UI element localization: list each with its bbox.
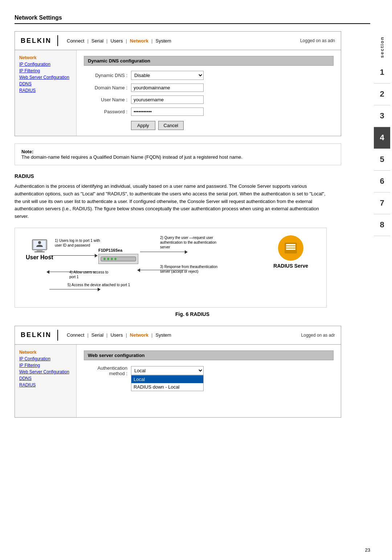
note-box: Note: The domain-name field requires a Q…	[15, 143, 341, 165]
nav-users-1[interactable]: Users	[107, 38, 126, 44]
nav-serial-2[interactable]: Serial	[89, 332, 106, 338]
svg-point-7	[107, 258, 109, 260]
cancel-button-1[interactable]: Cancel	[158, 121, 184, 130]
page-number: 23	[365, 547, 370, 553]
user-name-row: User Name :	[84, 96, 334, 104]
radius-circle	[278, 235, 303, 261]
sidebar-radius-1[interactable]: RADIUS	[19, 88, 72, 93]
arrow-4	[49, 272, 97, 272]
svg-rect-12	[286, 246, 295, 248]
user-name-input[interactable]	[131, 96, 204, 104]
panel1-body: Network IP Configuration IP Filtering We…	[15, 50, 341, 136]
apply-button-1[interactable]: Apply	[131, 121, 155, 130]
dropdown-option-local[interactable]: Local	[131, 376, 203, 383]
sidebar-web-server-1[interactable]: Web Server Configuration	[19, 75, 72, 80]
panel2-body: Network IP Configuration IP Filtering We…	[15, 345, 341, 417]
auth-method-select[interactable]: Local RADIUS down - Local	[131, 366, 204, 375]
svg-point-8	[111, 258, 113, 260]
domain-name-label: Domain Name :	[84, 85, 131, 90]
sidebar-ddns-1[interactable]: DDNS	[19, 81, 72, 86]
domain-name-input[interactable]	[131, 84, 204, 92]
arrowhead-1	[95, 254, 98, 257]
nav-network-2[interactable]: Network	[127, 332, 151, 338]
sidebar-network-2[interactable]: Network	[19, 350, 72, 355]
arrow-2	[140, 252, 187, 252]
diagram-caption: Fig. 6 RADIUS	[15, 311, 370, 317]
section-num-6[interactable]: 6	[374, 171, 390, 192]
auth-method-dropdown[interactable]: Local RADIUS down - Local Local RADIUS d…	[131, 366, 204, 375]
section-num-7[interactable]: 7	[374, 192, 390, 214]
switch-group: F1DP116Sea	[98, 248, 138, 264]
svg-rect-3	[34, 251, 45, 252]
sidebar-ip-config-1[interactable]: IP Configuration	[19, 62, 72, 67]
svg-rect-5	[101, 257, 136, 261]
section-num-5[interactable]: 5	[374, 149, 390, 171]
nav-system-1[interactable]: System	[152, 38, 174, 44]
ddns-field-row: Dynamic DNS : Disable Enable	[84, 71, 334, 80]
nav-serial-1[interactable]: Serial	[89, 38, 106, 44]
auth-dropdown-options: Local RADIUS down - Local	[131, 375, 204, 391]
diagram-step-5: 5) Access the device attached to port 1	[68, 283, 140, 287]
user-name-label: User Name :	[84, 97, 131, 102]
section-num-1[interactable]: 1	[374, 62, 390, 84]
arrowhead-4	[46, 270, 49, 274]
panel1-header: BELKIN Connect | Serial | Users | Networ…	[15, 32, 341, 50]
panel2-nav: Connect | Serial | Users | Network | Sys…	[64, 332, 301, 338]
password-input[interactable]	[131, 107, 204, 116]
dropdown-option-radius[interactable]: RADIUS down - Local	[131, 383, 203, 391]
svg-rect-11	[286, 244, 295, 245]
panel1-sidebar: Network IP Configuration IP Filtering We…	[15, 50, 77, 136]
radius-diagram: User Host 1) Users log in to port 1 with…	[15, 228, 327, 308]
sidebar-ip-config-2[interactable]: IP Configuration	[19, 356, 72, 361]
arrow-1	[49, 255, 97, 256]
nav-users-2[interactable]: Users	[107, 332, 126, 338]
nav-network-1[interactable]: Network	[127, 38, 151, 44]
section-num-4[interactable]: 4	[374, 127, 390, 149]
arrowhead-2	[185, 250, 188, 254]
title-rule	[15, 23, 370, 24]
panel2-content: Web server configuration Authentication …	[77, 345, 341, 417]
nav-system-2[interactable]: System	[152, 332, 174, 338]
sidebar-ddns-2[interactable]: DDNS	[19, 376, 72, 381]
arrowhead-3	[137, 268, 140, 272]
password-label: Password :	[84, 109, 131, 114]
sidebar-ip-filter-2[interactable]: IP Filtering	[19, 363, 72, 368]
svg-point-4	[38, 241, 41, 244]
note-text: The domain-name field requires a Qualifi…	[21, 154, 242, 160]
auth-method-label: Authentication method :	[84, 365, 131, 376]
ddns-select[interactable]: Disable Enable	[131, 71, 204, 80]
ddns-label: Dynamic DNS :	[84, 73, 131, 78]
arrowhead-5	[98, 288, 101, 291]
device-box	[98, 254, 138, 264]
header-divider-1	[57, 35, 58, 46]
nav-connect-2[interactable]: Connect	[64, 332, 87, 338]
section-sidebar: section 1 2 3 4 5 6 7 8	[372, 36, 392, 236]
note-heading: Note:	[21, 149, 33, 154]
section-num-8[interactable]: 8	[374, 214, 390, 236]
password-row: Password :	[84, 107, 334, 116]
arrow-5	[49, 289, 100, 289]
sidebar-ip-filter-1[interactable]: IP Filtering	[19, 68, 72, 73]
header-divider-2	[57, 330, 58, 341]
panel1-content: Dynamic DNS configuration Dynamic DNS : …	[77, 50, 341, 136]
sidebar-network-1[interactable]: Network	[19, 55, 72, 60]
section-num-2[interactable]: 2	[374, 84, 390, 105]
nav-connect-1[interactable]: Connect	[64, 38, 87, 44]
config-title-1: Dynamic DNS configuration	[84, 56, 334, 66]
sidebar-radius-2[interactable]: RADIUS	[19, 382, 72, 387]
radius-heading: RADIUS	[15, 173, 370, 179]
panel2-header: BELKIN Connect | Serial | Users | Networ…	[15, 326, 341, 345]
panel1-login: Logged on as adn	[300, 38, 335, 43]
diagram-step-2: 2) Query the user —request user authenti…	[160, 235, 222, 249]
domain-name-row: Domain Name :	[84, 84, 334, 92]
radius-server-group: RADIUS Serve	[273, 235, 308, 269]
device-label: F1DP116Sea	[98, 248, 138, 252]
panel1-nav: Connect | Serial | Users | Network | Sys…	[64, 38, 300, 44]
svg-point-9	[114, 258, 117, 260]
sidebar-web-server-2[interactable]: Web Server Configuration	[19, 369, 72, 374]
radius-server-label: RADIUS Serve	[273, 263, 308, 269]
diagram-step-1: 1) Users log in to port 1 with user ID a…	[55, 238, 102, 248]
auth-method-row: Authentication method : Local RADIUS dow…	[84, 365, 334, 376]
radius-body: Authentication is the process of identif…	[15, 183, 330, 220]
section-num-3[interactable]: 3	[374, 105, 390, 127]
